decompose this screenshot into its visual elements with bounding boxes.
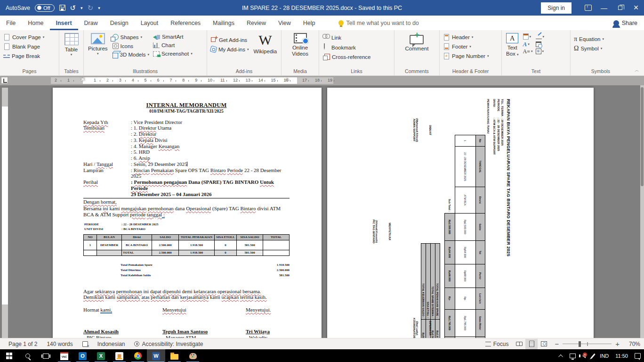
accessibility-checker[interactable]: Accessibility: Investigate [129, 341, 208, 347]
vertical-scrollbar[interactable] [640, 85, 644, 338]
memo-table[interactable]: NOBULANDivisiSALDOTOTAL PEMAKAIANSISA ET… [83, 234, 290, 256]
symbol-button[interactable]: ΩSymbol▾ [572, 45, 605, 52]
table-button[interactable]: Table▾ [62, 32, 81, 57]
link-button[interactable]: Link [321, 33, 372, 41]
taskbar-app-explorer[interactable] [165, 349, 184, 362]
tab-layout[interactable]: Layout [135, 16, 165, 30]
tab-stop-selector[interactable] [1, 77, 8, 84]
autosave-toggle[interactable]: Off [35, 4, 54, 12]
word-count[interactable]: 140 words [42, 341, 77, 347]
customize-quick-access-icon[interactable]: ▾ [98, 6, 100, 10]
undo-icon[interactable]: ↺ [70, 4, 76, 11]
taskbar-app-chrome[interactable] [129, 349, 147, 362]
tab-view[interactable]: View [272, 16, 297, 30]
tab-help[interactable]: Help [297, 16, 322, 30]
online-videos-button[interactable]: OnlineVideos [290, 32, 311, 57]
tab-design[interactable]: Design [104, 16, 135, 30]
tell-me-box[interactable]: Tell me what you want to do [338, 20, 419, 26]
save-icon[interactable] [59, 5, 65, 11]
text-box-button[interactable]: ATextBox ▾ [504, 32, 521, 57]
page-indicator[interactable]: Page 1 of 2 [4, 341, 42, 347]
my-addins-button[interactable]: My Add-ins▾ [209, 46, 250, 53]
taskbar-search-button[interactable] [18, 349, 37, 362]
document-page-1[interactable]: INTERNAL MEMORANDUM 010/IM/ATM-TAG/TAGBT… [53, 88, 322, 338]
smartart-button[interactable]: SmartArt [152, 33, 194, 40]
tab-draw[interactable]: Draw [78, 16, 104, 30]
zoom-slider-thumb[interactable] [579, 341, 581, 347]
ribbon-display-options-button[interactable] [580, 0, 596, 16]
cross-reference-button[interactable]: Cross-reference [321, 53, 372, 60]
pictures-button[interactable]: Pictures▾ [86, 32, 110, 56]
blank-page-button[interactable]: Blank Page [2, 43, 46, 50]
tab-references[interactable]: References [164, 16, 207, 30]
wordart-button[interactable]: A▾ [523, 41, 533, 47]
task-view-icon [43, 354, 49, 359]
document-page-2[interactable]: REKAPAN BIAYA PENGELUARAN SPARE TAG BINT… [327, 88, 594, 338]
vertical-ruler[interactable] [2, 88, 8, 338]
taskbar-app-outlook[interactable]: O [73, 349, 92, 362]
focus-mode-button[interactable]: Focus [481, 341, 514, 347]
taskbar-app-paint[interactable] [184, 349, 202, 362]
tab-review[interactable]: Review [241, 16, 272, 30]
horizontal-ruler[interactable]: 2112345678910111213141516171819 [51, 77, 333, 84]
tab-insert[interactable]: Insert [50, 16, 78, 30]
tray-language[interactable]: IND [596, 349, 612, 362]
tab-mailings[interactable]: Mailings [207, 16, 241, 30]
signature-line-button[interactable]: ▾ [536, 33, 545, 40]
shapes-button[interactable]: Shapes▾ [111, 33, 151, 41]
action-center-button[interactable] [631, 349, 644, 362]
zoom-out-button[interactable]: − [555, 340, 559, 348]
object-button[interactable]: ▾ [536, 49, 545, 54]
scrollbar-thumb[interactable] [641, 87, 644, 186]
chart-button[interactable]: Chart [152, 42, 194, 49]
icons-button[interactable]: Icons [111, 42, 151, 49]
hanging-indent-marker[interactable] [80, 78, 85, 81]
taskbar-app-document[interactable]: ≣ [110, 349, 129, 362]
minimize-button[interactable]: — [596, 0, 612, 16]
task-view-button[interactable] [37, 349, 55, 362]
share-button[interactable]: Share [613, 20, 637, 26]
page-number-button[interactable]: Page Number▾ [442, 52, 490, 60]
tray-expand-button[interactable] [556, 349, 566, 362]
quick-parts-button[interactable]: ▾ [523, 33, 533, 40]
screenshot-button[interactable]: Screenshot▾ [152, 50, 194, 57]
taskbar-app-word[interactable]: W [147, 349, 165, 362]
wikipedia-button[interactable]: WWikipedia [251, 32, 279, 55]
close-button[interactable]: × [628, 0, 644, 16]
page-break-button[interactable]: Page Break [2, 52, 46, 60]
footer-button[interactable]: Footer▾ [442, 43, 490, 50]
tab-file[interactable]: File [0, 16, 22, 30]
start-button[interactable] [0, 349, 18, 362]
bookmark-button[interactable]: Bookmark [321, 43, 372, 51]
tray-volume-button[interactable] [579, 349, 589, 362]
tray-network-button[interactable] [566, 349, 579, 362]
cover-page-button[interactable]: Cover Page▾ [2, 33, 46, 41]
tray-clock[interactable]: 11:50 [612, 349, 631, 362]
web-layout-button[interactable] [538, 339, 550, 349]
drop-cap-button[interactable]: A≡▾ [523, 49, 533, 54]
comment-button[interactable]: Comment [403, 32, 431, 52]
language-indicator[interactable]: Indonesian [93, 341, 130, 347]
restore-button[interactable] [612, 0, 628, 16]
signer-name: Ahmad Kosasih [83, 329, 162, 335]
taskbar-app-excel[interactable]: X [92, 349, 110, 362]
chevron-down-icon: ▾ [487, 54, 489, 58]
header-button[interactable]: Header▾ [442, 33, 490, 41]
equation-button[interactable]: πEquation▾ [572, 35, 605, 43]
date-time-button[interactable] [536, 41, 545, 47]
tray-pen-button[interactable] [589, 349, 597, 362]
taskbar: VNC O X ≣ W IND 11:50 [0, 349, 644, 362]
zoom-in-button[interactable]: + [615, 340, 620, 348]
sign-in-button[interactable]: Sign in [541, 2, 572, 14]
print-layout-button[interactable] [525, 339, 538, 349]
3d-models-button[interactable]: 3D Models▾ [111, 51, 151, 58]
undo-dropdown-icon[interactable]: ▾ [80, 6, 83, 10]
proofing-errors-button[interactable] [78, 341, 93, 347]
zoom-slider[interactable] [563, 344, 612, 345]
get-addins-button[interactable]: Get Add-ins [209, 36, 250, 44]
zoom-percentage[interactable]: 70% [624, 341, 640, 347]
read-mode-button[interactable] [513, 339, 525, 349]
taskbar-app-vnc[interactable]: VNC [55, 349, 73, 362]
collapse-ribbon-icon[interactable]: ︿ [635, 67, 639, 74]
tab-home[interactable]: Home [22, 16, 49, 30]
